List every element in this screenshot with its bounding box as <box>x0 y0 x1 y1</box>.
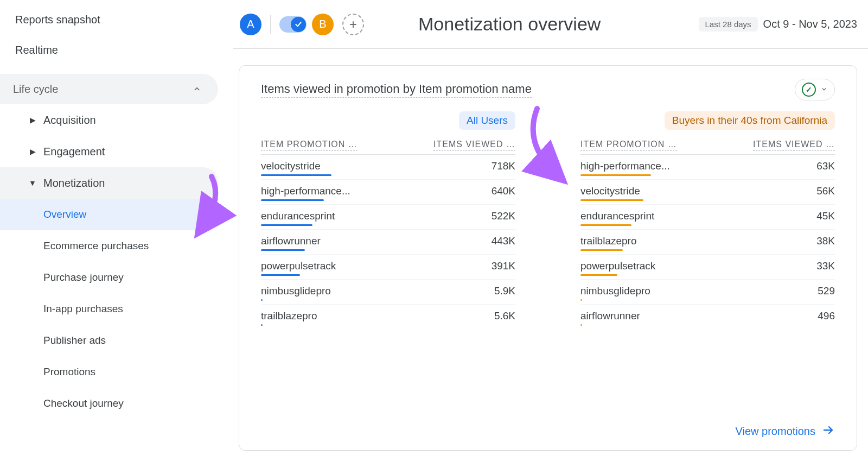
sidebar-item-ecommerce-purchases[interactable]: Ecommerce purchases <box>0 230 218 262</box>
page-header: A B + Monetization overview Last 28 days… <box>233 0 868 49</box>
row-bar <box>261 274 300 276</box>
table-row[interactable]: airflowrunner496 <box>580 304 835 329</box>
sidebar-item-overview[interactable]: Overview <box>0 199 218 230</box>
sidebar-item-in-app-purchases[interactable]: In-app purchases <box>0 293 218 325</box>
date-range-picker[interactable]: Last 28 days Oct 9 - Nov 5, 2023 <box>699 17 857 31</box>
row-bar <box>580 299 582 301</box>
sidebar-item-acquisition[interactable]: ▶ Acquisition <box>0 104 218 136</box>
segment-chip-a[interactable]: A <box>240 14 261 35</box>
table-row[interactable]: high-performance...63K <box>580 154 835 179</box>
check-icon <box>291 17 306 32</box>
row-items-viewed: 5.6K <box>494 310 515 322</box>
row-promotion-name: nimbusglidepro <box>261 285 494 297</box>
add-comparison-button[interactable]: + <box>342 14 364 35</box>
check-circle-icon: ✓ <box>802 83 816 97</box>
sidebar-section-label: Life cycle <box>13 83 58 96</box>
col-item-promotion: ITEM PROMOTION … <box>580 140 677 151</box>
row-items-viewed: 56K <box>816 185 835 197</box>
date-range-value: Oct 9 - Nov 5, 2023 <box>763 18 857 30</box>
row-promotion-name: trailblazepro <box>580 235 816 247</box>
comparison-controls: A B + <box>240 14 364 35</box>
row-bar <box>580 199 643 201</box>
row-items-viewed: 718K <box>492 160 515 172</box>
row-promotion-name: high-performance... <box>261 185 492 197</box>
row-bar <box>261 174 331 176</box>
table-row[interactable]: powerpulsetrack33K <box>580 254 835 279</box>
row-bar <box>261 324 263 326</box>
row-items-viewed: 5.9K <box>494 285 515 297</box>
row-items-viewed: 640K <box>492 185 515 197</box>
table-segment-b: Buyers in their 40s from California ITEM… <box>580 111 835 329</box>
table-header: ITEM PROMOTION … ITEMS VIEWED … <box>261 135 515 154</box>
row-promotion-name: powerpulsetrack <box>261 260 492 272</box>
col-item-promotion: ITEM PROMOTION … <box>261 140 358 151</box>
row-promotion-name: velocitystride <box>261 160 492 172</box>
row-items-viewed: 391K <box>492 260 515 272</box>
sidebar: Reports snapshot Realtime Life cycle ▶ A… <box>0 0 222 467</box>
promotion-card: Items viewed in promotion by Item promot… <box>239 65 857 451</box>
table-row[interactable]: trailblazepro38K <box>580 229 835 254</box>
table-row[interactable]: powerpulsetrack391K <box>261 254 515 279</box>
row-items-viewed: 443K <box>492 235 515 247</box>
row-promotion-name: high-performance... <box>580 160 816 172</box>
row-promotion-name: airflowrunner <box>580 310 818 322</box>
row-items-viewed: 496 <box>818 310 835 322</box>
sidebar-item-checkout-journey[interactable]: Checkout journey <box>0 388 218 419</box>
table-row[interactable]: endurancesprint522K <box>261 204 515 229</box>
table-row[interactable]: trailblazepro5.6K <box>261 304 515 329</box>
sidebar-section-life-cycle[interactable]: Life cycle <box>0 74 218 104</box>
row-promotion-name: nimbusglidepro <box>580 285 818 297</box>
col-items-viewed: ITEMS VIEWED … <box>433 140 515 151</box>
row-bar <box>261 199 324 201</box>
plus-icon: + <box>349 17 357 32</box>
divider <box>270 15 271 34</box>
table-row[interactable]: velocitystride718K <box>261 154 515 179</box>
card-status-dropdown[interactable]: ✓ <box>795 79 835 100</box>
row-bar <box>261 249 305 251</box>
sidebar-item-promotions[interactable]: Promotions <box>0 356 218 388</box>
page-title: Monetization overview <box>418 14 601 35</box>
segment-b-label: Buyers in their 40s from California <box>665 111 835 130</box>
sidebar-item-realtime[interactable]: Realtime <box>0 35 222 65</box>
row-items-viewed: 63K <box>816 160 835 172</box>
sidebar-item-purchase-journey[interactable]: Purchase journey <box>0 262 218 293</box>
sidebar-item-reports-snapshot[interactable]: Reports snapshot <box>0 4 222 35</box>
row-promotion-name: trailblazepro <box>261 310 494 322</box>
row-items-viewed: 45K <box>816 210 835 222</box>
row-bar <box>580 174 651 176</box>
table-row[interactable]: velocitystride56K <box>580 179 835 204</box>
row-promotion-name: airflowrunner <box>261 235 492 247</box>
view-promotions-link[interactable]: View promotions <box>736 424 835 439</box>
arrow-right-icon <box>822 424 835 439</box>
compare-toggle[interactable] <box>279 16 307 33</box>
table-header: ITEM PROMOTION … ITEMS VIEWED … <box>580 135 835 154</box>
row-bar <box>580 324 582 326</box>
row-items-viewed: 33K <box>816 260 835 272</box>
row-bar <box>580 249 623 251</box>
card-title[interactable]: Items viewed in promotion by Item promot… <box>261 82 532 98</box>
date-range-label: Last 28 days <box>699 17 758 31</box>
col-items-viewed: ITEMS VIEWED … <box>753 140 835 151</box>
caret-down-icon: ▼ <box>27 179 38 187</box>
table-row[interactable]: high-performance...640K <box>261 179 515 204</box>
row-promotion-name: endurancesprint <box>580 210 816 222</box>
sidebar-item-monetization[interactable]: ▼ Monetization <box>0 167 218 199</box>
caret-right-icon: ▶ <box>27 116 38 124</box>
segment-chip-b[interactable]: B <box>312 14 334 35</box>
table-row[interactable]: nimbusglidepro5.9K <box>261 279 515 304</box>
row-bar <box>580 224 631 226</box>
segment-a-label: All Users <box>459 111 515 130</box>
row-bar <box>261 224 312 226</box>
sidebar-item-publisher-ads[interactable]: Publisher ads <box>0 325 218 356</box>
table-row[interactable]: nimbusglidepro529 <box>580 279 835 304</box>
table-row[interactable]: airflowrunner443K <box>261 229 515 254</box>
row-items-viewed: 522K <box>492 210 515 222</box>
row-promotion-name: velocitystride <box>580 185 816 197</box>
row-items-viewed: 529 <box>818 285 835 297</box>
table-segment-a: All Users ITEM PROMOTION … ITEMS VIEWED … <box>261 111 515 329</box>
row-items-viewed: 38K <box>816 235 835 247</box>
row-bar <box>261 299 263 301</box>
table-row[interactable]: endurancesprint45K <box>580 204 835 229</box>
row-promotion-name: endurancesprint <box>261 210 492 222</box>
sidebar-item-engagement[interactable]: ▶ Engagement <box>0 136 218 167</box>
